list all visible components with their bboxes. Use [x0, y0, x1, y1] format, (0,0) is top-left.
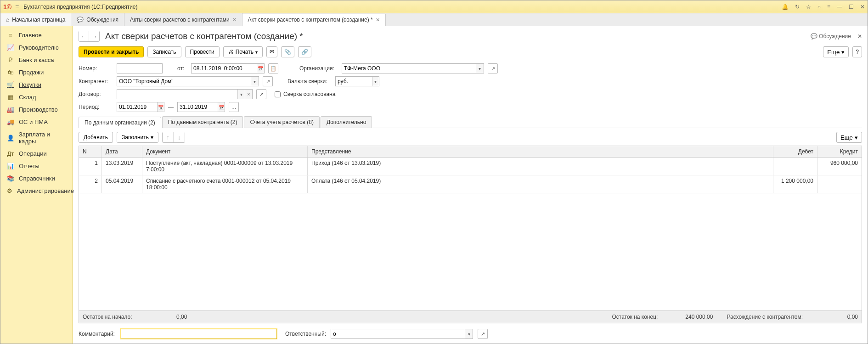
- close-window-icon[interactable]: ✕: [860, 4, 865, 10]
- sidebar-item-purchases[interactable]: 🛒Покупки: [0, 79, 73, 91]
- date-extra-button[interactable]: 📋: [268, 63, 278, 73]
- calendar-icon[interactable]: 📅: [218, 102, 225, 112]
- diff-value: 0,00: [821, 314, 858, 320]
- tab-home[interactable]: ⌂ Начальная страница: [0, 13, 71, 26]
- sidebar-item-os-nma[interactable]: 🚚ОС и НМА: [0, 116, 73, 128]
- table-row[interactable]: 205.04.2019Списание с расчетного счета 0…: [79, 175, 862, 193]
- currency-dropdown-icon[interactable]: ▾: [372, 77, 379, 86]
- date-input[interactable]: [192, 64, 257, 73]
- page-close-icon[interactable]: ✕: [857, 33, 862, 39]
- col-rep[interactable]: Представление: [308, 146, 773, 157]
- period-dash: —: [168, 104, 174, 110]
- cell-deb: 1 200 000,00: [773, 175, 817, 193]
- post-button[interactable]: Провести: [185, 46, 220, 57]
- cell-cred: [817, 175, 862, 193]
- contr-dropdown-icon[interactable]: ▾: [251, 77, 259, 86]
- tab-org-data[interactable]: По данным организации (2): [79, 117, 161, 128]
- period-label: Период:: [79, 104, 113, 110]
- related-button[interactable]: 🔗: [298, 46, 311, 57]
- print-button[interactable]: 🖨Печать: [223, 46, 263, 57]
- email-button[interactable]: ✉: [266, 46, 277, 57]
- table-body[interactable]: 113.03.2019Поступление (акт, накладная) …: [79, 158, 862, 310]
- lines-icon[interactable]: ≡: [827, 4, 830, 10]
- move-down-button[interactable]: ↓: [174, 132, 185, 142]
- tab-contr-data[interactable]: По данным контрагента (2): [162, 116, 243, 128]
- col-cred[interactable]: Кредит: [817, 146, 862, 157]
- titlebar: 1© ≡ Бухгалтерия предприятия (1С:Предпри…: [0, 0, 868, 13]
- responsible-open-button[interactable]: ↗: [478, 329, 488, 339]
- help-button[interactable]: ?: [852, 46, 862, 57]
- sidebar-item-admin[interactable]: ⚙Администрирование: [0, 185, 73, 197]
- tab-acts-list[interactable]: Акты сверки расчетов с контрагентами ✕: [124, 13, 242, 26]
- tab-close-icon[interactable]: ✕: [376, 17, 380, 23]
- circle-icon[interactable]: ○: [817, 4, 821, 10]
- calendar-icon[interactable]: 📅: [257, 64, 264, 73]
- more-button[interactable]: Еще ▾: [823, 46, 849, 57]
- org-dropdown-icon[interactable]: ▾: [476, 64, 484, 73]
- table-row[interactable]: 113.03.2019Поступление (акт, накладная) …: [79, 158, 862, 175]
- discuss-link[interactable]: 💬 Обсуждение: [811, 33, 851, 39]
- nav-forward-button[interactable]: →: [89, 31, 99, 41]
- contract-dropdown-icon[interactable]: ▾: [237, 90, 245, 99]
- contract-open-button[interactable]: ↗: [256, 89, 266, 99]
- home-icon: ⌂: [6, 17, 9, 23]
- contract-input[interactable]: [117, 90, 237, 99]
- org-input[interactable]: [342, 64, 476, 73]
- nav-back-button[interactable]: ←: [79, 31, 89, 41]
- page-title: Акт сверки расчетов с контрагентом (созд…: [105, 31, 303, 41]
- sidebar-item-production[interactable]: 🏭Производство: [0, 103, 73, 116]
- add-row-button[interactable]: Добавить: [79, 132, 113, 143]
- contr-input[interactable]: [117, 77, 251, 86]
- sidebar-item-bank[interactable]: ₽Банк и касса: [0, 54, 73, 66]
- sidebar-item-sales[interactable]: 🛍Продажи: [0, 66, 73, 79]
- sidebar-item-main[interactable]: ≡Главное: [0, 29, 73, 41]
- sidebar-item-refs[interactable]: 📚Справочники: [0, 172, 73, 185]
- period-select-button[interactable]: …: [229, 102, 239, 112]
- sidebar-item-salary[interactable]: 👤Зарплата и кадры: [0, 128, 73, 147]
- sidebar: ≡Главное 📈Руководителю ₽Банк и касса 🛍Пр…: [0, 26, 73, 344]
- sidebar-item-stock[interactable]: ▦Склад: [0, 91, 73, 103]
- bag-icon: 🛍: [7, 69, 14, 76]
- attach-button[interactable]: 📎: [281, 46, 294, 57]
- comment-input[interactable]: [121, 329, 276, 338]
- responsible-input[interactable]: [331, 329, 465, 338]
- print-label: Печать: [236, 49, 254, 55]
- tab-additional[interactable]: Дополнительно: [321, 116, 372, 128]
- agreed-checkbox[interactable]: [275, 91, 281, 97]
- contr-open-button[interactable]: ↗: [263, 76, 273, 86]
- start-balance-value: 0,00: [150, 314, 187, 320]
- agreed-checkbox-wrap: Сверка согласована: [275, 91, 335, 97]
- col-n[interactable]: N: [79, 146, 102, 157]
- bell-icon[interactable]: 🔔: [782, 4, 789, 10]
- sidebar-item-manager[interactable]: 📈Руководителю: [0, 41, 73, 54]
- org-open-button[interactable]: ↗: [488, 63, 498, 73]
- contract-clear-icon[interactable]: ×: [245, 90, 252, 99]
- table-more-button[interactable]: Еще ▾: [836, 132, 862, 143]
- period-from-input[interactable]: [117, 102, 157, 112]
- main-menu-icon[interactable]: ≡: [15, 3, 19, 11]
- fill-button[interactable]: Заполнить ▾: [117, 132, 158, 143]
- save-button[interactable]: Записать: [147, 46, 181, 57]
- currency-input[interactable]: [336, 77, 372, 86]
- sidebar-item-operations[interactable]: ДтОперации: [0, 147, 73, 160]
- move-up-button[interactable]: ↑: [163, 132, 174, 142]
- sidebar-item-reports[interactable]: 📊Отчеты: [0, 160, 73, 172]
- number-input[interactable]: [117, 64, 162, 73]
- sidebar-item-label: Руководителю: [19, 44, 59, 51]
- responsible-dropdown-icon[interactable]: ▾: [465, 329, 473, 338]
- history-icon[interactable]: ↻: [795, 4, 800, 10]
- col-doc[interactable]: Документ: [142, 146, 308, 157]
- period-to-input[interactable]: [178, 102, 218, 112]
- tab-discuss[interactable]: 💬 Обсуждения: [71, 13, 124, 26]
- minimize-icon[interactable]: —: [837, 4, 842, 10]
- tab-act-create[interactable]: Акт сверки расчетов с контрагентом (созд…: [242, 14, 386, 26]
- col-deb[interactable]: Дебет: [773, 146, 817, 157]
- star-icon[interactable]: ☆: [806, 4, 811, 10]
- col-date[interactable]: Дата: [102, 146, 142, 157]
- maximize-icon[interactable]: ☐: [849, 4, 854, 10]
- cell-date: 05.04.2019: [102, 175, 142, 193]
- tab-accounts[interactable]: Счета учета расчетов (8): [244, 116, 319, 128]
- calendar-icon[interactable]: 📅: [157, 102, 164, 112]
- post-and-close-button[interactable]: Провести и закрыть: [79, 46, 144, 57]
- tab-close-icon[interactable]: ✕: [232, 17, 237, 23]
